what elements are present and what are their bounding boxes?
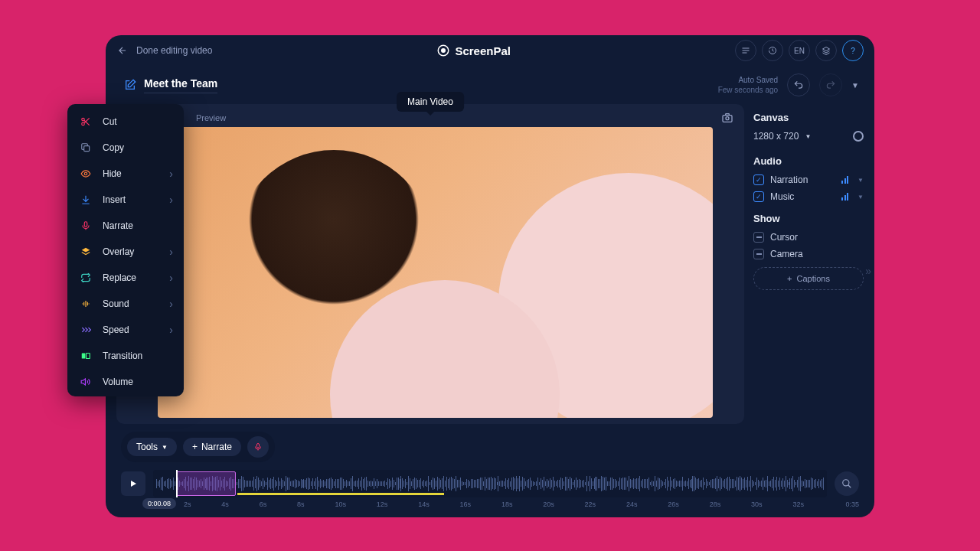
show-cursor-row[interactable]: Cursor <box>753 232 864 243</box>
collapse-panel-icon[interactable]: » <box>865 265 871 277</box>
insert-icon <box>80 194 92 206</box>
svg-point-5 <box>843 480 849 486</box>
play-button[interactable] <box>121 471 145 496</box>
svg-point-6 <box>82 118 85 121</box>
history-icon[interactable] <box>762 40 783 61</box>
sound-icon <box>80 298 92 310</box>
bottom-area: Tools ▼ + Narrate <box>106 424 874 508</box>
camera-icon[interactable] <box>721 112 733 124</box>
preview-panel: Main Video Preview <box>116 104 744 424</box>
menu-speed[interactable]: Speed <box>67 317 184 343</box>
record-narration-button[interactable] <box>247 436 269 458</box>
redo-button[interactable] <box>819 73 842 96</box>
menu-overlay[interactable]: Overlay <box>67 239 184 265</box>
cursor-checkbox[interactable] <box>753 232 764 243</box>
svg-rect-10 <box>84 222 87 227</box>
zoom-button[interactable] <box>835 471 859 496</box>
svg-point-7 <box>82 122 85 126</box>
tools-dropdown[interactable]: Tools ▼ <box>127 438 177 456</box>
svg-rect-12 <box>87 354 90 359</box>
menu-narrate[interactable]: Narrate <box>67 213 184 239</box>
timeline[interactable] <box>153 470 827 497</box>
audio-level-icon <box>841 193 848 201</box>
audio-level-icon <box>841 176 848 184</box>
help-button[interactable]: ? <box>842 40 864 61</box>
plus-icon: + <box>787 274 792 283</box>
camera-checkbox[interactable] <box>753 249 764 259</box>
menu-volume[interactable]: Volume <box>67 369 184 395</box>
audio-narration-row[interactable]: ✓ Narration ▼ <box>753 174 864 185</box>
svg-rect-4 <box>256 444 259 448</box>
language-button[interactable]: EN <box>789 40 810 61</box>
current-time-badge: 0:00.08 <box>142 498 176 509</box>
preview-label: Preview <box>196 113 226 122</box>
project-title[interactable]: Meet the Team <box>144 77 217 93</box>
svg-rect-11 <box>82 354 86 359</box>
narrate-button[interactable]: + Narrate <box>183 438 241 456</box>
plus-icon: + <box>192 442 198 452</box>
menu-insert[interactable]: Insert <box>67 187 184 213</box>
add-captions-button[interactable]: + Captions <box>753 267 864 290</box>
narrate-icon <box>80 220 92 232</box>
canvas-color-icon[interactable] <box>853 131 864 142</box>
overlay-icon <box>80 246 92 258</box>
edit-icon <box>124 79 136 91</box>
svg-rect-8 <box>84 146 90 152</box>
copy-icon <box>80 142 92 154</box>
save-status: Auto Saved Few seconds ago <box>718 75 778 95</box>
canvas-size-selector[interactable]: 980 x 551 ▼ <box>753 131 864 142</box>
app-window: Done editing video ScreenPal EN ? Meet t… <box>106 35 874 517</box>
time-ruler: 0:00.08 2s4s6s8s10s12s14s16s18s20s22s24s… <box>121 500 859 508</box>
svg-rect-2 <box>723 116 732 122</box>
back-button[interactable] <box>116 44 129 57</box>
context-menu: Cut Copy Hide Insert Narrate Overlay Rep… <box>67 104 184 396</box>
layers-icon[interactable] <box>815 40 837 61</box>
audio-title: Audio <box>753 155 864 167</box>
track-segment <box>237 493 444 495</box>
show-camera-row[interactable]: Camera <box>753 249 864 259</box>
music-checkbox[interactable]: ✓ <box>753 191 764 202</box>
menu-replace[interactable]: Replace <box>67 265 184 291</box>
menu-cut[interactable]: Cut <box>67 109 184 135</box>
right-panel: Canvas 980 x 551 ▼ Audio ✓ Narration ▼ … <box>744 104 864 424</box>
canvas-title: Canvas <box>753 112 864 123</box>
menu-copy[interactable]: Copy <box>67 135 184 161</box>
title-row: Meet the Team Auto Saved Few seconds ago… <box>106 66 874 104</box>
speed-icon <box>80 324 92 336</box>
narration-checkbox[interactable]: ✓ <box>753 174 764 185</box>
queue-icon[interactable] <box>735 40 756 61</box>
volume-icon <box>80 376 92 388</box>
brand: ScreenPal <box>212 44 735 57</box>
clip-selection[interactable] <box>176 471 236 496</box>
menu-hide[interactable]: Hide <box>67 161 184 187</box>
show-title: Show <box>753 213 864 224</box>
total-time: 0:35 <box>845 500 859 508</box>
svg-point-1 <box>441 48 446 53</box>
transition-icon <box>80 350 92 362</box>
preview-image[interactable] <box>158 127 713 418</box>
replace-icon <box>80 272 92 284</box>
preview-tooltip: Main Video <box>397 92 464 112</box>
back-label[interactable]: Done editing video <box>136 45 212 56</box>
svg-point-3 <box>726 117 729 120</box>
header: Done editing video ScreenPal EN ? <box>106 35 874 66</box>
svg-point-9 <box>84 172 87 175</box>
undo-button[interactable] <box>787 73 810 96</box>
playhead[interactable] <box>176 470 178 497</box>
menu-sound[interactable]: Sound <box>67 291 184 317</box>
menu-transition[interactable]: Transition <box>67 343 184 369</box>
audio-music-row[interactable]: ✓ Music ▼ <box>753 191 864 202</box>
caret-down-icon[interactable]: ▼ <box>851 81 859 90</box>
hide-icon <box>80 168 92 180</box>
cut-icon <box>80 116 92 128</box>
